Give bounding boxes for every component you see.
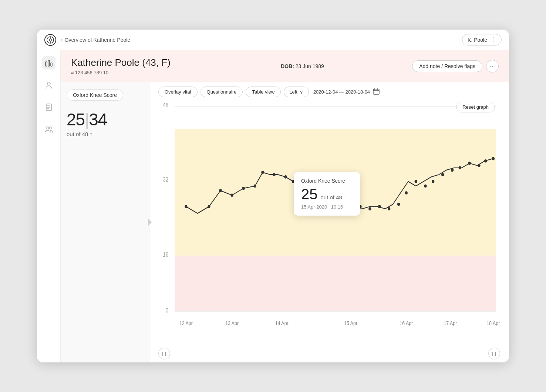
more-options-icon: ··· <box>490 63 495 70</box>
tooltip-date: 15 Apr 2020 | 10:16 <box>301 204 353 210</box>
patient-header: Katherine Poole (43, F) # 123 456 789 10… <box>61 50 509 82</box>
y-label-48: 48 <box>163 102 168 108</box>
main-area: Katherine Poole (43, F) # 123 456 789 10… <box>37 50 509 362</box>
svg-rect-6 <box>51 63 52 66</box>
svg-point-13 <box>49 127 51 129</box>
tooltip-score-sub: out of 48 ↑ <box>321 194 347 200</box>
side-label: Left <box>289 89 297 95</box>
top-nav: ‹ Overview of Katherine Poole K. Poole ⋮ <box>37 30 509 50</box>
score-trend-icon: ↑ <box>90 131 93 137</box>
svg-point-54 <box>492 157 495 160</box>
patient-name: Katherine Poole (43, F) <box>71 57 171 68</box>
svg-point-29 <box>261 171 264 174</box>
y-label-32: 32 <box>163 176 168 183</box>
dob-label: DOB: <box>281 63 294 69</box>
sidebar-item-notes[interactable] <box>42 101 55 114</box>
current-score: 25 <box>67 110 85 129</box>
tooltip-score: 25 out of 48 ↑ <box>301 186 353 203</box>
score-sub: out of 48 ↑ <box>67 131 143 137</box>
dob-value: 23 Jun 1989 <box>296 63 324 69</box>
chart-tooltip: Oxford Knee Score 25 out of 48 ↑ 15 Apr … <box>294 172 360 216</box>
x-label-18apr: 18 Apr <box>486 320 500 326</box>
score-main-value: 25|34 <box>67 109 143 129</box>
svg-point-24 <box>208 205 210 208</box>
user-name: K. Poole <box>468 37 487 43</box>
svg-point-47 <box>432 180 434 183</box>
svg-point-53 <box>484 159 487 163</box>
user-pill[interactable]: K. Poole ⋮ <box>462 34 502 45</box>
chart-scroll-handles: ||| ||| <box>149 345 509 362</box>
patient-info: Katherine Poole (43, F) # 123 456 789 10 <box>71 57 171 75</box>
score-separator: | <box>85 110 89 129</box>
svg-point-12 <box>47 127 49 129</box>
sidebar-item-person[interactable] <box>42 78 55 92</box>
patient-dob: DOB: 23 Jun 1989 <box>281 63 324 69</box>
chart-svg: 48 32 16 0 <box>155 102 500 339</box>
tooltip-score-value: 25 <box>301 186 318 203</box>
patient-header-right: Add note / Resolve flags ··· <box>412 60 499 72</box>
reset-graph-button[interactable]: Reset graph <box>456 102 495 112</box>
overlay-vital-button[interactable]: Overlay vital <box>158 87 198 97</box>
brand-icon <box>44 34 56 46</box>
sidebar <box>37 50 61 362</box>
top-nav-left: ‹ Overview of Katherine Poole <box>44 34 130 46</box>
y-label-0: 0 <box>166 307 168 313</box>
scroll-handle-left[interactable]: ||| <box>158 348 170 359</box>
svg-point-23 <box>185 205 187 208</box>
svg-point-42 <box>388 207 390 210</box>
table-view-button[interactable]: Table view <box>246 87 281 97</box>
svg-point-26 <box>230 193 233 197</box>
tooltip-out-of: out of 48 <box>321 194 342 200</box>
svg-point-45 <box>415 180 417 183</box>
scroll-handle-left-icon: ||| <box>162 351 166 356</box>
chart-section: Oxford Knee Score 25|34 out of 48 ↑ <box>61 82 509 362</box>
chart-main: Overlay vital Questionnaire Table view L… <box>149 82 509 362</box>
panel-arrow-icon <box>148 219 152 226</box>
x-label-14apr: 14 Apr <box>275 320 289 326</box>
calendar-icon[interactable] <box>373 88 380 96</box>
svg-rect-14 <box>373 89 379 94</box>
scroll-handle-right[interactable]: ||| <box>488 348 500 359</box>
svg-point-27 <box>242 187 245 190</box>
top-nav-right: K. Poole ⋮ <box>462 34 502 45</box>
x-label-16apr: 16 Apr <box>400 320 413 326</box>
svg-point-31 <box>284 175 287 179</box>
side-select-button[interactable]: Left ∨ <box>284 87 309 97</box>
x-label-12apr: 12 Apr <box>179 320 193 326</box>
svg-rect-4 <box>46 62 47 66</box>
content-area: Katherine Poole (43, F) # 123 456 789 10… <box>61 50 509 362</box>
svg-point-28 <box>254 185 256 188</box>
back-link[interactable]: ‹ Overview of Katherine Poole <box>61 37 130 43</box>
svg-point-25 <box>219 189 222 192</box>
svg-point-49 <box>451 169 454 172</box>
tooltip-trend-icon: ↑ <box>344 194 347 200</box>
patient-id: # 123 456 789 10 <box>71 70 171 75</box>
add-note-button[interactable]: Add note / Resolve flags <box>412 60 482 72</box>
svg-point-52 <box>478 164 480 167</box>
more-options-button[interactable]: ··· <box>486 60 499 72</box>
date-range-text: 2020-12-04 — 2020-18-04 <box>313 89 370 95</box>
svg-point-48 <box>441 173 444 176</box>
tooltip-title: Oxford Knee Score <box>301 178 353 184</box>
chart-toolbar: Overlay vital Questionnaire Table view L… <box>149 87 509 102</box>
sidebar-item-chart[interactable] <box>42 56 55 70</box>
pink-band <box>175 256 496 311</box>
score-panel-title[interactable]: Oxford Knee Score <box>67 89 123 101</box>
svg-point-43 <box>397 203 400 206</box>
x-label-17apr: 17 Apr <box>444 320 457 326</box>
app-container: ‹ Overview of Katherine Poole K. Poole ⋮ <box>37 30 509 362</box>
chevron-down-icon: ∨ <box>300 89 303 95</box>
chart-svg-wrapper: Reset graph 48 32 16 <box>149 102 509 345</box>
x-label-13apr: 13 Apr <box>225 320 239 326</box>
svg-rect-5 <box>48 60 50 66</box>
svg-point-40 <box>368 207 371 210</box>
svg-point-1 <box>49 39 51 41</box>
alt-score: 34 <box>89 110 107 129</box>
scroll-handle-right-icon: ||| <box>492 351 496 356</box>
svg-point-41 <box>378 205 381 208</box>
back-chevron-icon: ‹ <box>61 37 63 43</box>
sidebar-item-group[interactable] <box>42 123 55 136</box>
svg-point-50 <box>459 166 461 169</box>
questionnaire-button[interactable]: Questionnaire <box>200 87 243 97</box>
svg-point-7 <box>47 82 50 85</box>
